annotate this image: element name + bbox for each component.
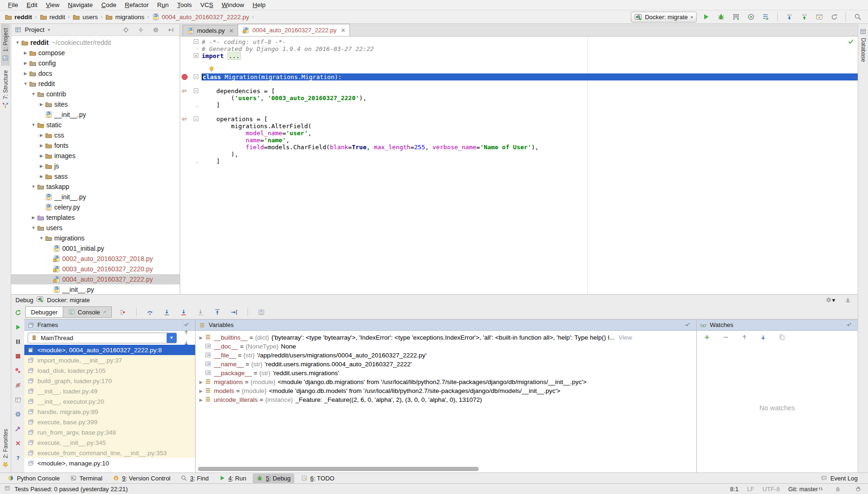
inspections-ok-icon[interactable]: [847, 38, 854, 46]
stack-frame[interactable]: execute_from_command_line, __init__.py:3…: [24, 448, 195, 458]
undock-watches-button[interactable]: [843, 320, 854, 330]
tree-item-sites[interactable]: ▶sites: [11, 99, 180, 109]
run-to-cursor-button[interactable]: [228, 307, 240, 318]
event-log-button[interactable]: Event Log: [817, 473, 861, 483]
tree-item-0002-auto-20160327-2018-py[interactable]: 0002_auto_20160327_2018.py: [11, 254, 180, 264]
debug-bug-button[interactable]: [715, 12, 727, 22]
run-configs-button[interactable]: [760, 12, 772, 22]
stripe-tab-database[interactable]: Database: [859, 24, 868, 66]
editor-gutter[interactable]: −: [180, 73, 202, 80]
thread-selector[interactable]: MainThread ▼: [28, 333, 177, 343]
code-editor[interactable]: −# -*- coding: utf-8 -*-⌃# Generated by …: [180, 36, 858, 294]
menu-tools[interactable]: Tools: [173, 1, 196, 9]
editor-gutter[interactable]: [180, 66, 202, 73]
breadcrumb-item[interactable]: reddit: [5, 13, 32, 21]
variable-row[interactable]: 18__file__={str}'/app/reddit/users/migra…: [196, 351, 696, 360]
stack-frame[interactable]: import_module, __init__.py:37: [24, 355, 195, 365]
tree-item-templates[interactable]: ▶templates: [11, 212, 180, 223]
stack-frame[interactable]: <module>, manage.py:10: [24, 458, 195, 468]
toolwindow-toggle-icon[interactable]: [4, 485, 10, 493]
breakpoint-icon[interactable]: [182, 74, 188, 80]
menu-help[interactable]: Help: [248, 1, 270, 9]
gear-blue-button[interactable]: [12, 409, 24, 420]
breadcrumb-item[interactable]: reddit: [40, 13, 66, 21]
tree-collapsed-arrow-icon[interactable]: ▶: [22, 51, 29, 55]
menu-refactor[interactable]: Refactor: [121, 1, 153, 9]
toolwindow-button-terminal[interactable]: Terminal: [66, 473, 106, 483]
toolwindow-button-4-run[interactable]: 4: Run: [215, 473, 250, 483]
fold-collapse-icon[interactable]: −: [194, 116, 198, 121]
force-step-into-button[interactable]: [178, 307, 190, 318]
menu-edit[interactable]: Edit: [22, 1, 42, 9]
vcs-update-button[interactable]: VCS: [783, 12, 795, 22]
readonly-lock-button[interactable]: [832, 484, 844, 494]
tree-item-static[interactable]: ▼static: [11, 120, 180, 130]
tree-collapsed-arrow-icon[interactable]: ▶: [38, 164, 45, 168]
menu-vcs[interactable]: VCS: [196, 1, 218, 9]
variable-row[interactable]: 18__package__={str}'reddit.users.migrati…: [196, 369, 696, 378]
fold-range-icon[interactable]: ⌄: [196, 159, 198, 164]
menu-file[interactable]: File: [4, 1, 22, 9]
search-button[interactable]: [852, 12, 863, 22]
stack-frame[interactable]: __init__, executor.py:20: [24, 396, 195, 407]
menu-view[interactable]: View: [42, 1, 64, 9]
arrow-up-watch-button[interactable]: [738, 332, 750, 342]
tree-expanded-arrow-icon[interactable]: ▼: [38, 236, 45, 240]
menu-window[interactable]: Window: [218, 1, 248, 9]
menu-code[interactable]: Code: [97, 1, 120, 9]
tree-item-docs[interactable]: ▶docs: [11, 68, 180, 79]
stripe-tab-favorites[interactable]: 2: Favorites: [1, 425, 10, 472]
tree-collapsed-arrow-icon[interactable]: ▶: [22, 71, 29, 76]
editor-gutter[interactable]: [180, 109, 202, 116]
variable-expand-arrow-icon[interactable]: ▶: [197, 398, 204, 402]
tree-collapsed-arrow-icon[interactable]: ▶: [38, 133, 45, 138]
editor-gutter[interactable]: −: [180, 87, 202, 94]
stack-frame[interactable]: run_from_argv, base.py:348: [24, 427, 195, 437]
breadcrumb-item[interactable]: users: [73, 13, 98, 21]
smart-step-button[interactable]: [195, 307, 206, 318]
collapse-all-button[interactable]: [135, 24, 146, 35]
stack-frame[interactable]: load_disk, loader.py:105: [24, 365, 195, 376]
variable-expand-arrow-icon[interactable]: ▶: [197, 389, 204, 393]
tree-collapsed-arrow-icon[interactable]: ▶: [22, 61, 29, 65]
variable-row[interactable]: 18__doc__={NoneType}None: [196, 342, 696, 351]
mute-bp-button[interactable]: [12, 380, 24, 391]
tree-expanded-arrow-icon[interactable]: ▼: [30, 92, 37, 96]
tree-item-0004-auto-20160327-2222-py[interactable]: 0004_auto_20160327_2222.py: [11, 274, 180, 284]
variable-row[interactable]: ▶migrations={module}<module 'django.db.m…: [196, 378, 696, 386]
tree-item--init-py[interactable]: __init__.py: [11, 284, 180, 294]
debug-settings-button[interactable]: ▾: [824, 295, 836, 305]
tree-expanded-arrow-icon[interactable]: ▼: [30, 123, 37, 127]
tree-collapsed-arrow-icon[interactable]: ▶: [30, 215, 37, 220]
editor-tab-models-py[interactable]: models.py✕: [182, 25, 238, 36]
profile-button[interactable]: [745, 12, 757, 22]
remove-watch-button[interactable]: [720, 332, 731, 342]
stripe-tab-project[interactable]: 1: Project: [1, 24, 10, 66]
tree-item-images[interactable]: ▶images: [11, 151, 180, 161]
tree-item--init-py[interactable]: __init__.py: [11, 109, 180, 120]
error-stripe-mark[interactable]: [853, 77, 857, 79]
tree-item-css[interactable]: ▶css: [11, 130, 180, 140]
fold-expand-icon[interactable]: +: [194, 53, 198, 58]
tree-item-reddit[interactable]: ▼reddit~/cookiecutter/reddit: [11, 37, 180, 48]
step-into-button[interactable]: [161, 307, 173, 318]
layout-button[interactable]: [12, 394, 24, 405]
fold-range-icon[interactable]: ⌃: [196, 47, 198, 51]
stack-frame[interactable]: handle, migrate.py:89: [24, 407, 195, 417]
editor-gutter[interactable]: ⌄: [180, 158, 202, 165]
menu-run[interactable]: Run: [153, 1, 173, 9]
toolwindow-button-6-todo[interactable]: 6: TODO: [297, 473, 338, 483]
stack-frame[interactable]: execute, __init__.py:345: [24, 437, 195, 448]
highlighting-level-button[interactable]: [852, 484, 864, 494]
variable-row[interactable]: 18__name__={str}'reddit.users.migrations…: [196, 360, 696, 369]
caret-position-widget[interactable]: 8:1: [730, 486, 738, 493]
tree-item--init-py[interactable]: __init__.py: [11, 192, 180, 202]
step-out-button[interactable]: [212, 307, 223, 318]
exec-point-button[interactable]: [117, 307, 129, 318]
intention-bulb-icon[interactable]: [208, 67, 215, 74]
variable-row[interactable]: ▶models={module}<module 'django.db.model…: [196, 386, 696, 395]
tree-expanded-arrow-icon[interactable]: ▼: [30, 225, 37, 230]
fold-range-icon[interactable]: ⌄: [196, 103, 198, 108]
stop-button[interactable]: [12, 351, 24, 362]
editor-gutter[interactable]: [180, 59, 202, 66]
